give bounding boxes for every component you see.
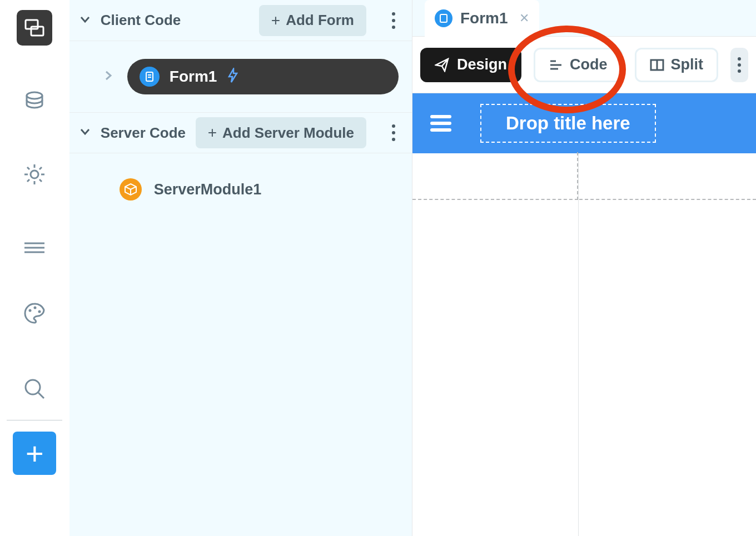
- designer-stage[interactable]: Drop title here: [412, 93, 756, 536]
- server-code-header[interactable]: Server Code + Add Server Module: [69, 112, 412, 153]
- layout-guide-right: [579, 152, 756, 200]
- close-icon[interactable]: ✕: [519, 11, 529, 26]
- add-server-module-button[interactable]: + Add Server Module: [196, 117, 366, 148]
- lightning-icon: [227, 68, 239, 86]
- app-header-bar[interactable]: Drop title here: [412, 93, 756, 153]
- rail-menu-icon[interactable]: [17, 230, 52, 266]
- server-menu-button[interactable]: [384, 124, 403, 141]
- split-label: Split: [671, 56, 704, 73]
- chevron-down-icon: [78, 125, 92, 141]
- svg-point-9: [38, 310, 41, 313]
- hamburger-icon[interactable]: [430, 115, 451, 132]
- database-icon: [23, 90, 46, 112]
- server-code-title: Server Code: [101, 124, 187, 142]
- tab-label: Form1: [460, 9, 508, 27]
- svg-line-11: [38, 393, 44, 398]
- chevron-down-icon: [78, 13, 92, 28]
- chevron-right-icon[interactable]: [103, 70, 114, 83]
- svg-point-3: [31, 171, 38, 178]
- svg-point-2: [27, 92, 42, 99]
- editor-tab-bar: Form1 ✕: [412, 0, 756, 37]
- server-module-item[interactable]: ServerModule1: [69, 153, 412, 226]
- plus-icon: +: [271, 12, 280, 29]
- rail-search-icon[interactable]: [17, 371, 52, 407]
- form-file-icon: [140, 67, 160, 87]
- menu-icon: [23, 241, 46, 254]
- svg-point-7: [29, 309, 32, 312]
- plus-icon: +: [208, 124, 217, 142]
- add-form-button[interactable]: + Add Form: [259, 5, 366, 36]
- plus-icon: +: [26, 435, 44, 472]
- rail-divider: [7, 420, 62, 420]
- view-menu-button[interactable]: [730, 48, 748, 82]
- design-canvas-panel: Form1 ✕ Design Code Split: [412, 0, 756, 536]
- add-server-module-label: Add Server Module: [222, 124, 354, 142]
- rail-settings-icon[interactable]: [17, 157, 52, 192]
- rail-theme-icon[interactable]: [17, 295, 52, 331]
- add-form-label: Add Form: [286, 12, 354, 29]
- client-code-header[interactable]: Client Code + Add Form: [69, 0, 412, 41]
- server-module-icon: [120, 178, 142, 201]
- rail-database-icon[interactable]: [17, 83, 52, 119]
- split-view-button[interactable]: Split: [635, 48, 719, 82]
- client-menu-button[interactable]: [384, 12, 403, 29]
- gear-icon: [23, 163, 46, 186]
- view-mode-row: Design Code Split: [412, 37, 756, 93]
- form-row: Form1: [69, 41, 412, 112]
- server-module-name: ServerModule1: [154, 181, 262, 198]
- design-label: Design: [457, 56, 507, 73]
- search-icon: [23, 377, 46, 400]
- form1-name: Form1: [170, 68, 217, 86]
- left-rail: +: [0, 0, 69, 536]
- app-browser-icon: [23, 17, 46, 39]
- tab-form1[interactable]: Form1 ✕: [425, 0, 539, 37]
- layout-guide-vline: [578, 153, 579, 536]
- code-label: Code: [570, 56, 608, 73]
- design-view-button[interactable]: Design: [420, 48, 521, 82]
- drop-title-text: Drop title here: [506, 113, 630, 133]
- svg-rect-15: [440, 14, 447, 22]
- form1-item[interactable]: Form1: [127, 59, 399, 94]
- layout-guide-left: [412, 152, 578, 200]
- code-lines-icon: [549, 59, 563, 71]
- rail-add-button[interactable]: +: [13, 432, 56, 475]
- title-drop-zone[interactable]: Drop title here: [480, 104, 656, 143]
- svg-point-8: [34, 307, 37, 309]
- code-view-button[interactable]: Code: [534, 48, 623, 82]
- form-file-icon: [435, 9, 452, 27]
- palette-icon: [23, 302, 46, 325]
- rail-app-icon[interactable]: [17, 10, 52, 46]
- paper-plane-icon: [435, 58, 449, 72]
- svg-point-10: [26, 380, 40, 394]
- split-layout-icon: [650, 59, 664, 71]
- explorer-panel: Client Code + Add Form Form1 Server Code…: [69, 0, 412, 536]
- client-code-title: Client Code: [101, 12, 250, 29]
